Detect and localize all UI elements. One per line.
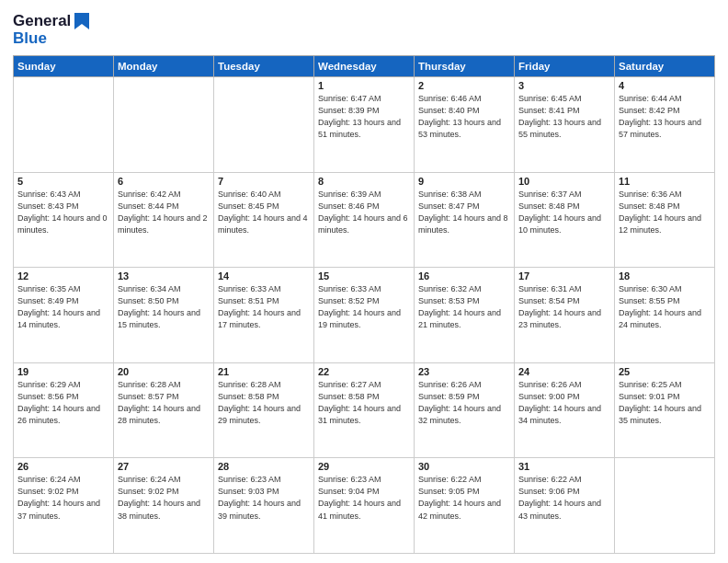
day-number: 11 xyxy=(619,176,711,187)
day-info: Sunrise: 6:32 AM Sunset: 8:53 PM Dayligh… xyxy=(418,283,510,331)
calendar-cell xyxy=(14,77,114,173)
calendar-cell: 27Sunrise: 6:24 AM Sunset: 9:02 PM Dayli… xyxy=(114,458,214,554)
day-number: 25 xyxy=(619,366,711,377)
calendar-cell xyxy=(214,77,314,173)
calendar-cell: 30Sunrise: 6:22 AM Sunset: 9:05 PM Dayli… xyxy=(415,458,515,554)
calendar-cell: 5Sunrise: 6:43 AM Sunset: 8:43 PM Daylig… xyxy=(14,172,114,268)
day-info: Sunrise: 6:36 AM Sunset: 8:48 PM Dayligh… xyxy=(619,189,711,236)
calendar-cell: 20Sunrise: 6:28 AM Sunset: 8:57 PM Dayli… xyxy=(114,362,214,458)
day-number: 31 xyxy=(518,461,610,472)
day-number: 29 xyxy=(318,461,410,472)
day-number: 10 xyxy=(518,176,610,187)
day-number: 1 xyxy=(318,80,410,91)
calendar-cell: 2Sunrise: 6:46 AM Sunset: 8:40 PM Daylig… xyxy=(415,77,515,173)
calendar-cell: 18Sunrise: 6:30 AM Sunset: 8:55 PM Dayli… xyxy=(615,268,715,363)
calendar-header-friday: Friday xyxy=(515,56,615,77)
calendar-cell: 10Sunrise: 6:37 AM Sunset: 8:48 PM Dayli… xyxy=(515,172,615,268)
day-number: 3 xyxy=(518,80,610,91)
logo-flag-icon xyxy=(73,11,89,31)
calendar-cell: 1Sunrise: 6:47 AM Sunset: 8:39 PM Daylig… xyxy=(314,77,415,173)
day-number: 19 xyxy=(17,366,109,377)
svg-marker-0 xyxy=(74,13,89,29)
day-info: Sunrise: 6:33 AM Sunset: 8:51 PM Dayligh… xyxy=(218,283,310,331)
page: General Blue SundayMondayTuesdayWednesda… xyxy=(0,0,728,563)
day-number: 2 xyxy=(418,80,510,91)
day-info: Sunrise: 6:30 AM Sunset: 8:55 PM Dayligh… xyxy=(619,283,711,331)
day-info: Sunrise: 6:34 AM Sunset: 8:50 PM Dayligh… xyxy=(118,283,210,331)
day-number: 26 xyxy=(17,461,109,472)
calendar-header-thursday: Thursday xyxy=(415,56,515,77)
day-number: 5 xyxy=(17,176,109,187)
calendar-cell: 31Sunrise: 6:22 AM Sunset: 9:06 PM Dayli… xyxy=(515,458,615,554)
day-info: Sunrise: 6:29 AM Sunset: 8:56 PM Dayligh… xyxy=(17,379,109,427)
day-info: Sunrise: 6:46 AM Sunset: 8:40 PM Dayligh… xyxy=(418,93,510,141)
day-info: Sunrise: 6:42 AM Sunset: 8:44 PM Dayligh… xyxy=(118,189,210,236)
day-info: Sunrise: 6:23 AM Sunset: 9:03 PM Dayligh… xyxy=(218,474,310,522)
calendar-header-sunday: Sunday xyxy=(14,56,114,77)
logo: General Blue xyxy=(13,11,89,48)
day-number: 14 xyxy=(218,270,310,282)
calendar-week-row: 26Sunrise: 6:24 AM Sunset: 9:02 PM Dayli… xyxy=(14,458,715,554)
day-info: Sunrise: 6:37 AM Sunset: 8:48 PM Dayligh… xyxy=(518,189,610,236)
calendar-cell: 8Sunrise: 6:39 AM Sunset: 8:46 PM Daylig… xyxy=(314,172,415,268)
day-info: Sunrise: 6:28 AM Sunset: 8:57 PM Dayligh… xyxy=(118,379,210,427)
calendar-cell: 25Sunrise: 6:25 AM Sunset: 9:01 PM Dayli… xyxy=(615,362,715,458)
day-info: Sunrise: 6:24 AM Sunset: 9:02 PM Dayligh… xyxy=(17,474,109,522)
day-number: 15 xyxy=(318,270,410,282)
calendar-header-wednesday: Wednesday xyxy=(314,56,415,77)
calendar-cell: 16Sunrise: 6:32 AM Sunset: 8:53 PM Dayli… xyxy=(415,268,515,363)
calendar-cell: 17Sunrise: 6:31 AM Sunset: 8:54 PM Dayli… xyxy=(515,268,615,363)
calendar-cell: 3Sunrise: 6:45 AM Sunset: 8:41 PM Daylig… xyxy=(515,77,615,173)
day-info: Sunrise: 6:43 AM Sunset: 8:43 PM Dayligh… xyxy=(17,189,109,236)
day-number: 12 xyxy=(17,270,109,282)
day-info: Sunrise: 6:38 AM Sunset: 8:47 PM Dayligh… xyxy=(418,189,510,236)
day-number: 9 xyxy=(418,176,510,187)
calendar-cell: 26Sunrise: 6:24 AM Sunset: 9:02 PM Dayli… xyxy=(14,458,114,554)
calendar-header-row: SundayMondayTuesdayWednesdayThursdayFrid… xyxy=(14,56,715,77)
calendar-cell: 6Sunrise: 6:42 AM Sunset: 8:44 PM Daylig… xyxy=(114,172,214,268)
calendar-header-monday: Monday xyxy=(114,56,214,77)
day-info: Sunrise: 6:35 AM Sunset: 8:49 PM Dayligh… xyxy=(17,283,109,331)
day-info: Sunrise: 6:26 AM Sunset: 9:00 PM Dayligh… xyxy=(518,379,610,427)
day-number: 23 xyxy=(418,366,510,377)
day-info: Sunrise: 6:25 AM Sunset: 9:01 PM Dayligh… xyxy=(619,379,711,427)
calendar-cell: 19Sunrise: 6:29 AM Sunset: 8:56 PM Dayli… xyxy=(14,362,114,458)
calendar-week-row: 5Sunrise: 6:43 AM Sunset: 8:43 PM Daylig… xyxy=(14,172,715,268)
day-info: Sunrise: 6:33 AM Sunset: 8:52 PM Dayligh… xyxy=(318,283,410,331)
day-info: Sunrise: 6:26 AM Sunset: 8:59 PM Dayligh… xyxy=(418,379,510,427)
logo-blue-text: Blue xyxy=(13,29,89,48)
day-number: 20 xyxy=(118,366,210,377)
day-number: 8 xyxy=(318,176,410,187)
calendar-header-saturday: Saturday xyxy=(615,56,715,77)
day-number: 24 xyxy=(518,366,610,377)
day-number: 17 xyxy=(518,270,610,282)
calendar-cell: 21Sunrise: 6:28 AM Sunset: 8:58 PM Dayli… xyxy=(214,362,314,458)
header: General Blue xyxy=(13,11,715,48)
calendar-cell xyxy=(615,458,715,554)
day-number: 7 xyxy=(218,176,310,187)
logo-general-text: General xyxy=(13,12,71,30)
calendar-cell: 22Sunrise: 6:27 AM Sunset: 8:58 PM Dayli… xyxy=(314,362,415,458)
calendar-week-row: 12Sunrise: 6:35 AM Sunset: 8:49 PM Dayli… xyxy=(14,268,715,363)
calendar-week-row: 19Sunrise: 6:29 AM Sunset: 8:56 PM Dayli… xyxy=(14,362,715,458)
calendar-cell: 11Sunrise: 6:36 AM Sunset: 8:48 PM Dayli… xyxy=(615,172,715,268)
day-info: Sunrise: 6:39 AM Sunset: 8:46 PM Dayligh… xyxy=(318,189,410,236)
day-number: 6 xyxy=(118,176,210,187)
day-number: 30 xyxy=(418,461,510,472)
calendar-cell: 4Sunrise: 6:44 AM Sunset: 8:42 PM Daylig… xyxy=(615,77,715,173)
day-number: 16 xyxy=(418,270,510,282)
calendar-table: SundayMondayTuesdayWednesdayThursdayFrid… xyxy=(13,55,715,554)
day-info: Sunrise: 6:44 AM Sunset: 8:42 PM Dayligh… xyxy=(619,93,711,141)
day-info: Sunrise: 6:23 AM Sunset: 9:04 PM Dayligh… xyxy=(318,474,410,522)
calendar-cell: 29Sunrise: 6:23 AM Sunset: 9:04 PM Dayli… xyxy=(314,458,415,554)
calendar-week-row: 1Sunrise: 6:47 AM Sunset: 8:39 PM Daylig… xyxy=(14,77,715,173)
calendar-header-tuesday: Tuesday xyxy=(214,56,314,77)
day-info: Sunrise: 6:27 AM Sunset: 8:58 PM Dayligh… xyxy=(318,379,410,427)
calendar-cell: 24Sunrise: 6:26 AM Sunset: 9:00 PM Dayli… xyxy=(515,362,615,458)
calendar-cell xyxy=(114,77,214,173)
day-number: 13 xyxy=(118,270,210,282)
day-number: 28 xyxy=(218,461,310,472)
calendar-cell: 9Sunrise: 6:38 AM Sunset: 8:47 PM Daylig… xyxy=(415,172,515,268)
day-info: Sunrise: 6:22 AM Sunset: 9:06 PM Dayligh… xyxy=(518,474,610,522)
calendar-cell: 7Sunrise: 6:40 AM Sunset: 8:45 PM Daylig… xyxy=(214,172,314,268)
